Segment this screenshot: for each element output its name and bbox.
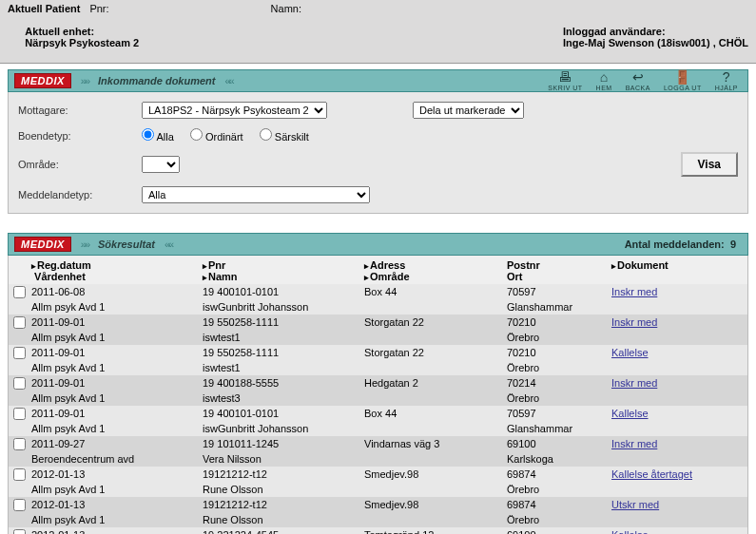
cell-ort: Örebro	[505, 482, 610, 497]
cell-postnr: 69100	[505, 436, 610, 451]
cell-omrade	[362, 512, 505, 527]
results-table: Reg.datum Vårdenhet PnrNamn AdressOmråde…	[9, 256, 747, 534]
patient-label: Aktuell Patient	[8, 3, 80, 14]
cell-ort: Örebro	[505, 330, 610, 345]
cell-dokument: Kallelse	[610, 527, 747, 534]
back-button[interactable]: ↩BACKA	[626, 70, 650, 91]
section-bar-incoming: MEDDIX »» Inkommande dokument «« 🖶SKRIV …	[8, 69, 748, 92]
table-row: 2011-09-2719 101011-1245Vindarnas väg 36…	[9, 436, 747, 451]
help-icon: ?	[723, 70, 730, 84]
row-checkbox[interactable]	[13, 438, 26, 450]
cell-unit: Allm psyk Avd 1	[29, 421, 201, 436]
cell-pnr: 19121212-t12	[201, 497, 362, 512]
help-button[interactable]: ?HJÄLP	[715, 70, 738, 91]
col-adress[interactable]: AdressOmråde	[362, 256, 505, 284]
cell-postnr: 69100	[505, 527, 610, 534]
col-pnr[interactable]: PnrNamn	[201, 256, 362, 284]
count-value: 9	[730, 238, 736, 250]
cell-postnr: 69874	[505, 497, 610, 512]
meddix-logo: MEDDIX	[14, 237, 71, 252]
logout-button[interactable]: 🚪LOGGA UT	[664, 70, 702, 91]
dokument-link[interactable]: Inskr med	[611, 438, 657, 449]
table-row-sub: Allm psyk Avd 1iswGunbritt JohanssonGlan…	[9, 299, 747, 315]
unit-label: Aktuell enhet:	[25, 26, 94, 37]
chevron-icon: ««	[225, 75, 233, 86]
chevron-icon: ««	[165, 238, 172, 250]
row-checkbox[interactable]	[13, 316, 26, 329]
results-table-wrap: Reg.datum Vårdenhet PnrNamn AdressOmråde…	[8, 256, 748, 534]
dokument-link[interactable]: Kallelse	[611, 408, 649, 419]
row-checkbox[interactable]	[13, 468, 26, 481]
table-row-sub: Allm psyk Avd 1Rune OlssonÖrebro	[9, 482, 747, 497]
dokument-link[interactable]: Kallelse	[611, 347, 649, 358]
row-checkbox[interactable]	[13, 377, 26, 390]
cell-omrade	[362, 451, 505, 467]
cell-dokument: Inskr med	[610, 315, 747, 330]
section-title-incoming: Inkommande dokument	[98, 75, 215, 86]
cell-adress: Smedjev.98	[362, 467, 505, 482]
cell-regdatum: 2011-09-27	[29, 436, 201, 451]
dokument-link[interactable]: Kallelse återtaget	[611, 468, 692, 480]
cell-unit: Allm psyk Avd 1	[29, 330, 201, 345]
dokument-link[interactable]: Inskr med	[611, 377, 657, 389]
col-regdatum[interactable]: Reg.datum Vårdenhet	[29, 256, 201, 284]
back-icon: ↩	[632, 70, 645, 84]
dokument-link[interactable]: Kallelse	[611, 529, 649, 534]
dokument-link[interactable]: Inskr med	[611, 316, 657, 328]
cell-ort: Örebro	[505, 512, 610, 527]
cell-pnr: 19121212-t12	[201, 467, 362, 482]
count-label: Antal meddelanden:	[625, 238, 725, 250]
cell-regdatum: 2012-01-13	[29, 467, 201, 482]
cell-pnr: 19 550258-1111	[201, 315, 362, 330]
table-row-sub: Beroendecentrum avdVera NilssonKarlskoga	[9, 451, 747, 467]
boendetyp-ordinart[interactable]: Ordinärt	[190, 131, 243, 143]
cell-unit: Allm psyk Avd 1	[29, 360, 201, 375]
cell-adress: Box 44	[362, 284, 505, 299]
row-checkbox[interactable]	[13, 408, 26, 420]
cell-regdatum: 2011-09-01	[29, 375, 201, 391]
distribute-select[interactable]: Dela ut markerade	[413, 102, 524, 119]
cell-omrade	[362, 330, 505, 345]
cell-namn: iswtest3	[201, 391, 362, 406]
cell-adress: Smedjev.98	[362, 497, 505, 512]
cell-dokument: Utskr med	[610, 497, 747, 512]
table-row-sub: Allm psyk Avd 1iswGunbritt JohanssonGlan…	[9, 421, 747, 436]
cell-unit: Allm psyk Avd 1	[29, 299, 201, 315]
patient-header: Aktuell Patient Pnr: Namn: Aktuell enhet…	[0, 0, 756, 64]
visa-button[interactable]: Visa	[681, 152, 738, 177]
section-title-results: Sökresultat	[98, 238, 155, 250]
mottagare-label: Mottagare:	[18, 105, 142, 116]
meddelandetyp-select[interactable]: Alla	[142, 186, 370, 203]
row-checkbox[interactable]	[13, 286, 26, 298]
boendetyp-sarskilt[interactable]: Särskilt	[260, 131, 309, 143]
cell-unit: Allm psyk Avd 1	[29, 512, 201, 527]
cell-pnr: 19 400188-5555	[201, 375, 362, 391]
cell-namn: Rune Olsson	[201, 482, 362, 497]
loggedin-label: Inloggad användare:	[563, 26, 666, 37]
cell-regdatum: 2012-01-13	[29, 497, 201, 512]
col-dokument[interactable]: Dokument	[610, 256, 747, 284]
unit-value: Närpsyk Psykosteam 2	[25, 37, 139, 48]
row-checkbox[interactable]	[13, 499, 26, 511]
cell-regdatum: 2011-09-01	[29, 315, 201, 330]
cell-namn: iswGunbritt Johansson	[201, 421, 362, 436]
row-checkbox[interactable]	[13, 347, 26, 359]
table-row-sub: Allm psyk Avd 1iswtest1Örebro	[9, 330, 747, 345]
table-row-sub: Allm psyk Avd 1Rune OlssonÖrebro	[9, 512, 747, 527]
dokument-link[interactable]: Inskr med	[611, 286, 657, 297]
print-button[interactable]: 🖶SKRIV UT	[548, 70, 582, 91]
home-button[interactable]: ⌂HEM	[596, 70, 612, 91]
cell-dokument: Inskr med	[610, 375, 747, 391]
boendetyp-alla[interactable]: Alla	[142, 131, 174, 143]
chevron-icon: »»	[81, 75, 88, 86]
omrade-select[interactable]	[142, 156, 180, 173]
cell-postnr: 70214	[505, 375, 610, 391]
cell-pnr: 19 400101-0101	[201, 406, 362, 421]
row-checkbox[interactable]	[13, 529, 26, 534]
cell-namn: iswtest1	[201, 330, 362, 345]
cell-adress: Vindarnas väg 3	[362, 436, 505, 451]
mottagare-select[interactable]: LA18PS2 - Närpsyk Psykosteam 2	[142, 102, 327, 119]
dokument-link[interactable]: Utskr med	[611, 499, 659, 510]
col-postnr[interactable]: PostnrOrt	[505, 256, 610, 284]
door-icon: 🚪	[674, 70, 691, 84]
